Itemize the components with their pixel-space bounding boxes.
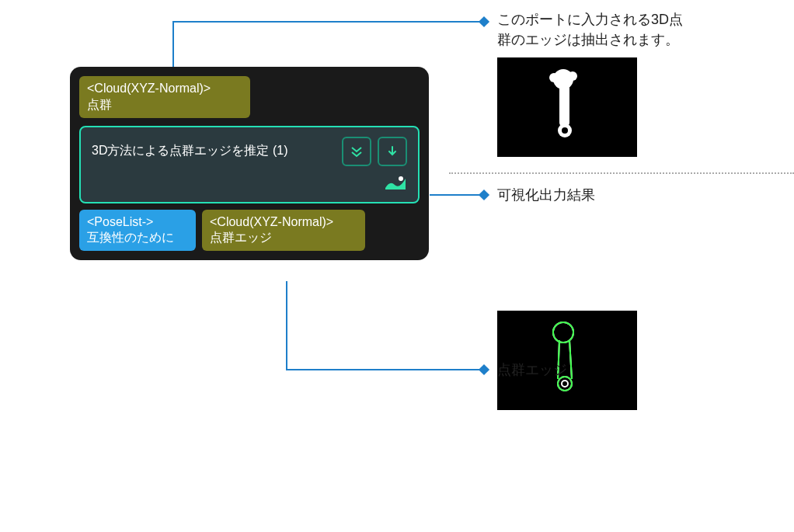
input-port-type: <Cloud(XYZ-Normal)> [87,81,242,97]
callout-text: 可視化出力結果 [497,187,595,203]
diamond-icon [479,364,489,375]
output-cloud-name: 点群エッジ [210,230,357,246]
output-cloud-type: <Cloud(XYZ-Normal)> [210,214,357,231]
callout-text-line: 群のエッジは抽出されます。 [497,30,777,50]
diamond-icon [479,190,489,200]
output-port-poselist[interactable]: <PoseList-> 互換性のために [79,210,196,252]
leader-line [286,369,482,370]
svg-point-11 [562,381,568,387]
leader-line [286,281,287,370]
node-block: <Cloud(XYZ-Normal)> 点群 3D方法による点群エッジを推定 (… [70,67,429,260]
callout-text-line: このポートに入力される3D点 [497,9,777,30]
callout-text: 点群エッジ [497,362,567,377]
input-port-cloud[interactable]: <Cloud(XYZ-Normal)> 点群 [79,76,250,118]
svg-point-8 [553,322,573,342]
diamond-icon [479,16,489,27]
callout-input-desc: このポートに入力される3D点 群のエッジは抽出されます。 [497,9,777,50]
node-body[interactable]: 3D方法による点群エッジを推定 (1) [79,126,420,203]
output-poselist-name: 互換性のために [87,230,188,246]
divider [449,172,794,174]
callout-vis: 可視化出力結果 [497,185,595,205]
svg-point-0 [399,176,403,181]
leader-line [172,22,174,67]
svg-rect-4 [559,84,569,127]
svg-point-6 [562,127,568,134]
svg-point-3 [549,73,559,82]
svg-point-2 [568,71,577,81]
leader-line [172,21,482,23]
input-port-name: 点群 [87,97,242,113]
callout-edge: 点群エッジ [497,360,567,380]
preview-input-cloud [497,57,637,157]
node-title: 3D方法による点群エッジを推定 (1) [92,143,287,159]
download-icon[interactable] [378,137,407,166]
collapse-icon[interactable] [342,137,371,166]
output-poselist-type: <PoseList-> [87,214,188,231]
output-port-cloud-edge[interactable]: <Cloud(XYZ-Normal)> 点群エッジ [202,210,365,252]
visualize-icon[interactable] [384,174,407,194]
leader-line [430,194,482,196]
